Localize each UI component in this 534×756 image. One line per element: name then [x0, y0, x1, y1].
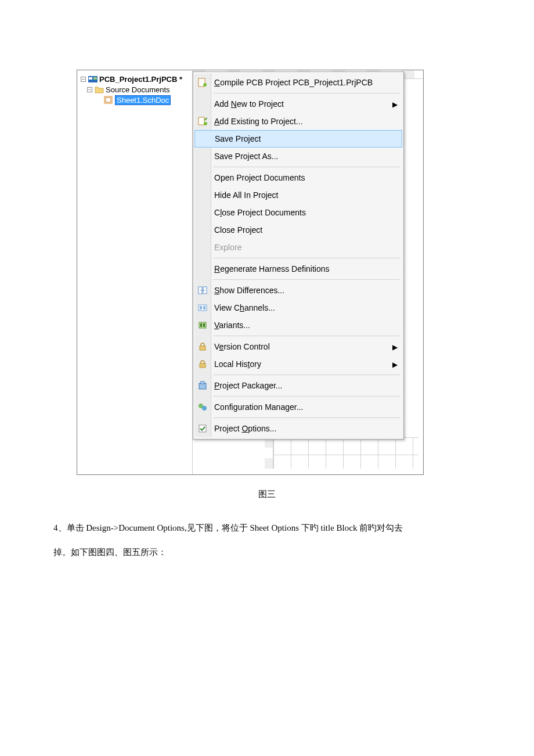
menu-separator — [213, 396, 400, 397]
expander-icon[interactable]: − — [81, 77, 86, 82]
svg-rect-14 — [199, 322, 206, 328]
svg-rect-4 — [106, 98, 111, 102]
menu-separator — [213, 93, 400, 93]
menu-save-project-as[interactable]: Save Project As... — [194, 147, 402, 165]
menu-hide-all-in-project[interactable]: Hide All In Project — [194, 186, 402, 204]
ruler-side — [265, 437, 273, 469]
menu-close-project-documents[interactable]: Close Project Documents — [194, 204, 402, 221]
canvas-grid — [273, 437, 418, 469]
menu-open-docs-label: Open Project Documents — [214, 173, 305, 182]
menu-add-new-to-project[interactable]: Add New to Project ▶ — [194, 95, 402, 113]
diff-icon — [198, 286, 207, 295]
menu-separator — [213, 279, 400, 280]
svg-rect-15 — [200, 323, 202, 327]
submenu-arrow-icon: ▶ — [392, 343, 398, 351]
menu-version-control[interactable]: Version Control ▶ — [194, 338, 402, 355]
menu-compile-label: ompile PCB Project PCB_Project1.PrjPCB — [220, 78, 373, 87]
expander-icon[interactable]: − — [87, 87, 92, 92]
menu-separator — [213, 336, 400, 336]
tree-sheet-label: Sheet1.SchDoc — [115, 95, 171, 105]
packager-icon — [198, 381, 207, 390]
svg-rect-7 — [199, 117, 204, 125]
menu-hide-all-label: Hide All In Project — [214, 190, 279, 200]
menu-explore: Explore — [194, 239, 402, 256]
menu-close-project[interactable]: Close Project — [194, 221, 402, 239]
svg-point-8 — [204, 122, 207, 125]
tree-project-label: PCB_Project1.PrjPCB * — [99, 75, 182, 84]
svg-rect-2 — [93, 77, 97, 80]
menu-project-options[interactable]: Project Options... — [194, 420, 402, 437]
document-page: − PCB_Project1.PrjPCB * − — [0, 0, 534, 756]
add-existing-icon — [198, 117, 207, 126]
svg-rect-13 — [203, 306, 205, 309]
menu-view-channels[interactable]: View Channels... — [194, 299, 402, 316]
svg-rect-20 — [201, 381, 204, 384]
menu-separator — [213, 375, 400, 375]
menu-separator — [213, 258, 400, 258]
lock-icon — [198, 342, 207, 351]
svg-rect-1 — [89, 77, 92, 80]
menu-save-project[interactable]: Save Project — [194, 130, 402, 147]
menu-compile-project[interactable]: Compile PCB Project PCB_Project1.PrjPCB — [194, 74, 402, 91]
menu-add-existing-to-project[interactable]: Add Existing to Project... — [194, 113, 402, 130]
menu-save-project-label: Save Project — [215, 134, 261, 143]
menu-open-project-documents[interactable]: Open Project Documents — [194, 169, 402, 186]
body-paragraph: 4、单击 Design->Document Options,见下图，将位于 Sh… — [53, 516, 481, 564]
options-icon — [198, 424, 207, 433]
body-line-1: 4、单击 Design->Document Options,见下图，将位于 Sh… — [53, 516, 481, 540]
svg-rect-16 — [203, 323, 205, 327]
menu-local-history[interactable]: Local History ▶ — [194, 355, 402, 373]
menu-separator — [213, 417, 400, 418]
svg-rect-18 — [200, 363, 205, 368]
compile-icon — [198, 78, 207, 87]
tree-source-docs-label: Source Documents — [106, 85, 170, 94]
svg-rect-17 — [200, 346, 205, 350]
project-tree: − PCB_Project1.PrjPCB * − — [77, 70, 192, 105]
tree-row-sheet[interactable]: Sheet1.SchDoc — [100, 95, 192, 105]
menu-show-differences[interactable]: Show Differences... — [194, 282, 402, 299]
screenshot-container: − PCB_Project1.PrjPCB * − — [77, 70, 424, 475]
menu-save-project-as-label: Save Project As... — [214, 152, 279, 161]
folder-icon — [95, 85, 104, 93]
menu-configuration-manager[interactable]: Configuration Manager... — [194, 398, 402, 416]
project-tree-panel: − PCB_Project1.PrjPCB * − — [77, 70, 193, 474]
variants-icon — [198, 321, 207, 330]
menu-project-packager[interactable]: Project Packager... — [194, 377, 402, 394]
menu-regenerate-harness[interactable]: Regenerate Harness Definitions — [194, 260, 402, 278]
svg-rect-23 — [199, 425, 206, 432]
project-context-menu: Compile PCB Project PCB_Project1.PrjPCB … — [193, 71, 404, 440]
svg-point-22 — [202, 406, 207, 411]
menu-config-manager-label: Configuration Manager... — [214, 402, 303, 412]
menu-variants[interactable]: Variants... — [194, 316, 402, 334]
config-manager-icon — [198, 402, 207, 412]
menu-close-project-label: Close Project — [214, 225, 262, 235]
body-line-2: 掉。如下图图四、图五所示： — [53, 540, 481, 564]
menu-explore-label: Explore — [214, 243, 241, 252]
lock-icon — [198, 359, 207, 369]
menu-separator — [213, 167, 400, 167]
submenu-arrow-icon: ▶ — [392, 100, 398, 109]
tree-row-project[interactable]: − PCB_Project1.PrjPCB * — [77, 74, 192, 84]
schematic-sheet-icon — [104, 96, 113, 104]
tree-row-source-documents[interactable]: − Source Documents — [84, 84, 192, 95]
project-icon — [88, 75, 98, 83]
svg-rect-12 — [200, 306, 202, 309]
submenu-arrow-icon: ▶ — [392, 361, 398, 369]
channels-icon — [198, 303, 207, 312]
figure-caption: 图三 — [0, 489, 534, 500]
svg-point-6 — [203, 83, 207, 87]
